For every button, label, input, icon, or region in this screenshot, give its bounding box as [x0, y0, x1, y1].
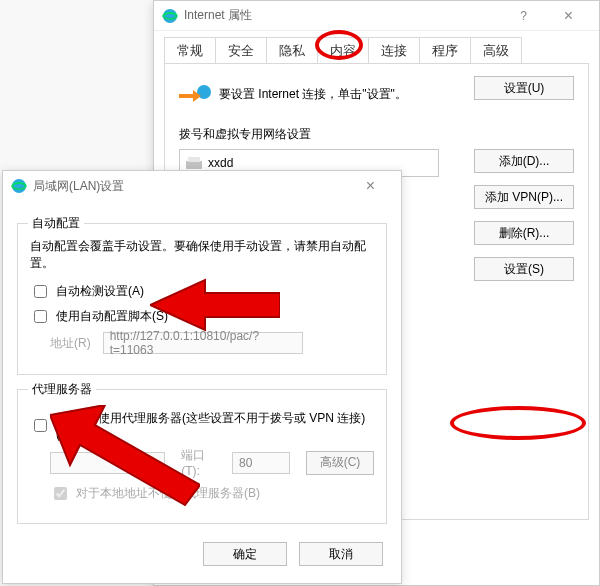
- use-script-checkbox[interactable]: [34, 310, 47, 323]
- proxy-group: 代理服务器 为 LAN 使用代理服务器(这些设置不用于拨号或 VPN 连接)(X…: [17, 389, 387, 524]
- lan-settings-window: 局域网(LAN)设置 × 自动配置 自动配置会覆盖手动设置。要确保使用手动设置，…: [2, 170, 402, 584]
- ok-button[interactable]: 确定: [203, 542, 287, 566]
- svg-rect-3: [188, 157, 200, 162]
- proxy-address-field[interactable]: [50, 452, 165, 474]
- svg-point-0: [163, 9, 177, 23]
- port-field[interactable]: 80: [232, 452, 290, 474]
- tabstrip: 常规 安全 隐私 内容 连接 程序 高级: [164, 37, 589, 63]
- tab-programs[interactable]: 程序: [419, 37, 471, 63]
- port-label: 端口(T):: [181, 447, 222, 478]
- settings-button[interactable]: 设置(S): [474, 257, 574, 281]
- auto-detect-checkbox[interactable]: [34, 285, 47, 298]
- use-script-label: 使用自动配置脚本(S): [56, 308, 168, 325]
- script-address-field[interactable]: http://127.0.0.1:10810/pac/?t=11063: [103, 332, 303, 354]
- use-proxy-label: 为 LAN 使用代理服务器(这些设置不用于拨号或 VPN 连接)(X): [56, 410, 374, 441]
- tab-privacy[interactable]: 隐私: [266, 37, 318, 63]
- help-button[interactable]: ?: [501, 1, 546, 31]
- tab-advanced[interactable]: 高级: [470, 37, 522, 63]
- globe-icon: [11, 178, 27, 194]
- close-button[interactable]: ×: [546, 1, 591, 31]
- info-text: 要设置 Internet 连接，单击"设置"。: [219, 86, 407, 103]
- setup-arrow-icon: [179, 82, 211, 106]
- tab-connections[interactable]: 连接: [368, 37, 420, 63]
- cancel-button[interactable]: 取消: [299, 542, 383, 566]
- auto-config-title: 自动配置: [28, 215, 84, 232]
- titlebar-lan[interactable]: 局域网(LAN)设置 ×: [3, 171, 401, 201]
- modem-icon: [186, 157, 202, 169]
- globe-icon: [162, 8, 178, 24]
- auto-config-note: 自动配置会覆盖手动设置。要确保使用手动设置，请禁用自动配置。: [30, 238, 374, 272]
- bypass-local-label: 对于本地地址不使用代理服务器(B): [76, 485, 260, 502]
- remove-button[interactable]: 删除(R)...: [474, 221, 574, 245]
- tab-general[interactable]: 常规: [164, 37, 216, 63]
- bypass-local-checkbox: [54, 487, 67, 500]
- canvas: { "top_window": { "title": "Internet 属性"…: [0, 0, 600, 586]
- close-button[interactable]: ×: [348, 171, 393, 201]
- use-proxy-checkbox[interactable]: [34, 419, 47, 432]
- titlebar-top[interactable]: Internet 属性 ? ×: [154, 1, 599, 31]
- auto-config-group: 自动配置 自动配置会覆盖手动设置。要确保使用手动设置，请禁用自动配置。 自动检测…: [17, 223, 387, 375]
- tab-security[interactable]: 安全: [215, 37, 267, 63]
- add-vpn-button[interactable]: 添加 VPN(P)...: [474, 185, 574, 209]
- lan-window-title: 局域网(LAN)设置: [33, 178, 348, 195]
- add-button[interactable]: 添加(D)...: [474, 149, 574, 173]
- svg-point-4: [12, 179, 26, 193]
- connection-item-name: xxdd: [208, 156, 233, 170]
- window-title: Internet 属性: [184, 7, 501, 24]
- proxy-group-title: 代理服务器: [28, 381, 96, 398]
- svg-rect-2: [186, 161, 202, 169]
- proxy-advanced-button[interactable]: 高级(C): [306, 451, 374, 475]
- auto-detect-label: 自动检测设置(A): [56, 283, 144, 300]
- info-row: 要设置 Internet 连接，单击"设置"。: [179, 82, 407, 106]
- tab-content[interactable]: 内容: [317, 37, 369, 63]
- address-label: 地址(R): [50, 335, 91, 352]
- setup-button[interactable]: 设置(U): [474, 76, 574, 100]
- dial-section-label: 拨号和虚拟专用网络设置: [179, 126, 574, 143]
